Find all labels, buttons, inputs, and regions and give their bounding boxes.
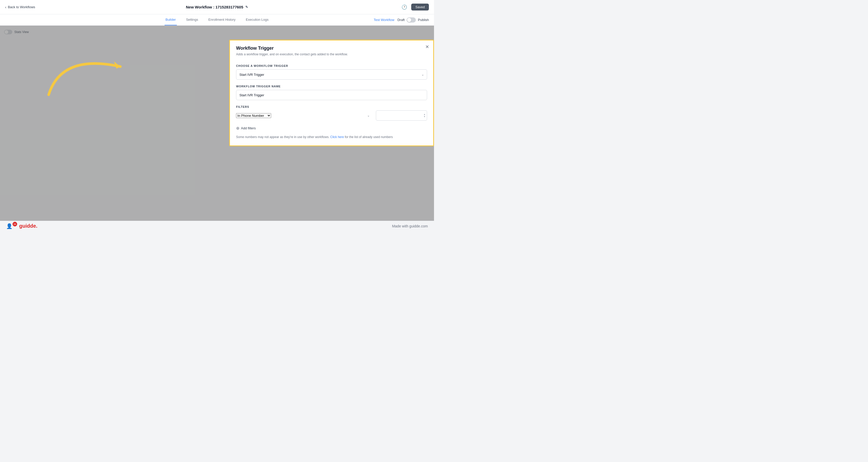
dialog-close-button[interactable]: ✕ xyxy=(425,44,429,49)
dialog-title: Workflow Trigger xyxy=(236,45,427,51)
trigger-name-label: WORKFLOW TRIGGER NAME xyxy=(236,85,427,88)
logo-text: guidde. xyxy=(19,223,37,229)
back-to-workflows-button[interactable]: ‹ Back to Workflows xyxy=(5,5,35,9)
filters-label: FILTERS xyxy=(236,105,427,108)
draft-label: Draft xyxy=(397,18,405,22)
guidde-logo: 👤 11 guidde. xyxy=(6,223,37,229)
nav-right: Test Workflow Draft Publish xyxy=(374,18,429,23)
filter-type-select[interactable]: In Phone Number Out Phone Number Contact… xyxy=(236,113,271,118)
add-filters-label: Add filters xyxy=(241,126,256,130)
choose-trigger-label: CHOOSE A WORKFLOW TRIGGER xyxy=(236,64,427,67)
header: ‹ Back to Workflows New Workflow : 17152… xyxy=(0,0,434,14)
nav-center: Builder Settings Enrollment History Exec… xyxy=(164,14,270,25)
header-right: 🕐 Saved xyxy=(401,4,429,10)
tab-execution-logs[interactable]: Execution Logs xyxy=(245,14,270,25)
trigger-select-wrapper: Start IVR Trigger Contact Tag Form Submi… xyxy=(236,69,427,80)
filters-group: FILTERS In Phone Number Out Phone Number… xyxy=(236,105,427,121)
history-icon[interactable]: 🕐 xyxy=(401,4,407,10)
trigger-name-group: WORKFLOW TRIGGER NAME xyxy=(236,85,427,100)
dialog-header: Workflow Trigger Adds a workflow trigger… xyxy=(230,40,433,60)
add-filters-row[interactable]: ⊕ Add filters xyxy=(236,126,427,131)
back-label: Back to Workflows xyxy=(8,5,35,9)
info-text: Some numbers may not appear as they're i… xyxy=(236,135,427,139)
test-workflow-button[interactable]: Test Workflow xyxy=(374,18,395,22)
trigger-select[interactable]: Start IVR Trigger Contact Tag Form Submi… xyxy=(236,69,427,80)
dialog-subtitle: Adds a workflow trigger, and on executio… xyxy=(236,53,427,56)
draft-toggle-area: Draft Publish xyxy=(397,18,429,23)
draft-toggle[interactable] xyxy=(407,18,416,23)
info-text-main: Some numbers may not appear as they're i… xyxy=(236,135,329,139)
made-with-text: Made with guidde.com xyxy=(392,224,428,228)
nav-tabs: Builder Settings Enrollment History Exec… xyxy=(0,14,434,26)
tab-builder[interactable]: Builder xyxy=(164,14,177,25)
click-here-link[interactable]: Click here xyxy=(330,135,344,139)
tab-enrollment-history[interactable]: Enrollment History xyxy=(208,14,237,25)
filter-value-input[interactable] xyxy=(376,111,427,121)
footer: 👤 11 guidde. Made with guidde.com xyxy=(0,221,434,231)
dialog-body: CHOOSE A WORKFLOW TRIGGER Start IVR Trig… xyxy=(230,60,433,146)
filter-type-chevron-icon: ⌄ xyxy=(367,114,370,117)
workflow-trigger-dialog: Workflow Trigger Adds a workflow trigger… xyxy=(229,40,434,146)
publish-button[interactable]: Publish xyxy=(418,18,429,22)
saved-button[interactable]: Saved xyxy=(411,4,429,10)
add-filter-plus-icon: ⊕ xyxy=(236,126,239,131)
spinner-up-icon[interactable]: ▲ xyxy=(424,114,426,116)
tab-settings[interactable]: Settings xyxy=(185,14,199,25)
toggle-knob xyxy=(407,18,411,22)
notification-icon[interactable]: 👤 xyxy=(6,223,12,229)
spinner-buttons: ▲ ▼ xyxy=(424,114,426,118)
filter-value-wrapper: ▲ ▼ xyxy=(376,111,427,121)
info-text-suffix: for the list of already used numbers xyxy=(345,135,393,139)
edit-title-icon[interactable]: ✎ xyxy=(245,5,248,9)
spinner-down-icon[interactable]: ▼ xyxy=(424,116,426,118)
filter-type-select-wrapper: In Phone Number Out Phone Number Contact… xyxy=(236,113,373,118)
filters-row: In Phone Number Out Phone Number Contact… xyxy=(236,111,427,121)
trigger-name-input[interactable] xyxy=(236,90,427,100)
title-text: New Workflow : 1715283177605 xyxy=(186,5,243,9)
workflow-title: New Workflow : 1715283177605 ✎ xyxy=(186,5,248,9)
notification-badge: 11 xyxy=(12,222,17,226)
back-arrow-icon: ‹ xyxy=(5,5,6,9)
choose-trigger-group: CHOOSE A WORKFLOW TRIGGER Start IVR Trig… xyxy=(236,64,427,80)
canvas-area: Stats View Workflow Trigger Adds a workf… xyxy=(0,26,434,221)
